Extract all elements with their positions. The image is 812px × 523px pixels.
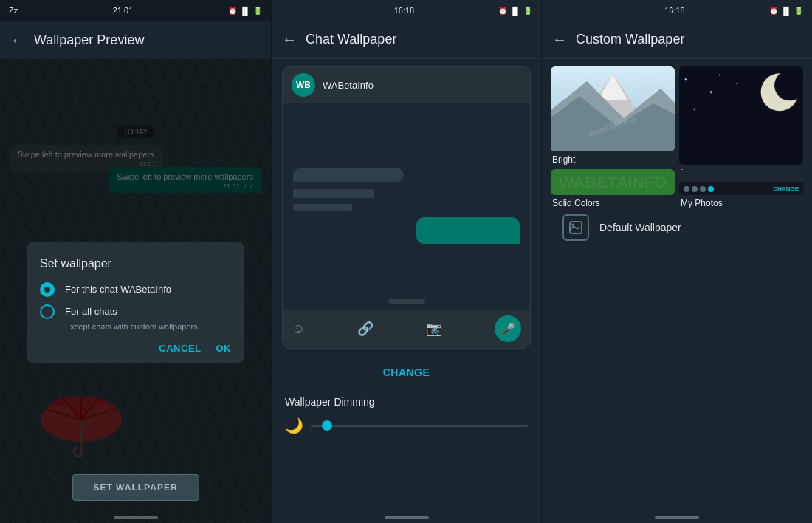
emoji-icon[interactable]: ☺ <box>292 321 305 337</box>
signal-icon-2: ▐▌ <box>510 7 520 15</box>
wallpaper-option-my-photos[interactable]: CHANGE My Photos <box>679 169 803 195</box>
status-bar-1: Zz 21:01 ⏰ ▐▌ 🔋 <box>0 0 271 21</box>
status-bar-3: 16:18 ⏰ ▐▌ 🔋 <box>542 0 812 21</box>
moon-icon: 🌙 <box>285 417 303 434</box>
panel-wallpaper-preview: Zz 21:01 ⏰ ▐▌ 🔋 ← Wallpaper Preview TODA… <box>0 0 271 523</box>
wallpaper-option-dark[interactable]: Dark <box>679 66 803 165</box>
status-icons-1: ⏰ ▐▌ 🔋 <box>228 7 262 15</box>
battery-icon-1: 🔋 <box>253 7 262 15</box>
battery-icon-3: 🔋 <box>794 7 803 15</box>
wallpaper-grid: WABETAINFO Bright <box>542 59 812 202</box>
home-indicator-1 <box>114 516 158 519</box>
status-time-1: 21:01 <box>113 6 134 15</box>
alarm-icon-2: ⏰ <box>498 7 507 15</box>
default-wallpaper-row[interactable]: Default Wallpaper <box>551 205 803 250</box>
chat-preview-area: WB WABetaInfo ☺ 🔗 📷 🎤 <box>282 66 531 349</box>
svg-point-25 <box>572 224 574 226</box>
change-wallpaper-button[interactable]: CHANGE <box>383 366 430 378</box>
panel-custom-wallpaper: 16:18 ⏰ ▐▌ 🔋 ← Custom Wallpaper <box>542 0 812 523</box>
radio-option-this-chat[interactable]: For this chat WABetaInfo <box>40 282 231 297</box>
top-bar-1: ← Wallpaper Preview <box>0 21 271 59</box>
status-time-2: 16:18 <box>394 6 415 15</box>
page-title-2: Chat Wallpaper <box>306 32 396 47</box>
svg-point-16 <box>693 109 695 110</box>
back-icon-2[interactable]: ← <box>282 31 297 48</box>
dimming-slider[interactable] <box>311 425 528 427</box>
bright-thumb: WABETAINFO <box>551 66 675 151</box>
my-photos-label: My Photos <box>679 198 803 208</box>
bright-label: Bright <box>551 154 675 165</box>
radio-all-chats-label: For all chats <box>65 306 117 317</box>
signal-icon-1: ▐▌ <box>240 7 250 15</box>
change-small-button[interactable]: CHANGE <box>773 185 799 192</box>
radio-sublabel: Except chats with custom wallpapers <box>65 322 231 331</box>
signal-icon-3: ▐▌ <box>781 7 791 15</box>
preview-bubble-out <box>416 217 520 244</box>
wallpaper-option-bright[interactable]: WABETAINFO Bright <box>551 66 675 165</box>
radio-this-chat-label: For this chat WABetaInfo <box>65 284 171 295</box>
my-photos-thumb: CHANGE <box>679 169 803 195</box>
chat-preview-body <box>283 103 530 310</box>
attach-icon[interactable]: 🔗 <box>357 321 374 337</box>
preview-phone-indicator <box>388 299 425 304</box>
top-bar-2: ← Chat Wallpaper <box>272 21 541 59</box>
chat-preview-header: WB WABetaInfo <box>283 67 530 103</box>
back-icon-1[interactable]: ← <box>10 32 25 49</box>
default-wallpaper-label: Default Wallpaper <box>599 222 681 233</box>
back-icon-3[interactable]: ← <box>552 31 567 48</box>
set-wallpaper-dialog: Set wallpaper For this chat WABetaInfo F… <box>27 242 244 363</box>
default-wallpaper-icon <box>562 214 589 241</box>
page-title-1: Wallpaper Preview <box>34 33 144 48</box>
svg-point-14 <box>685 78 687 80</box>
color-picker-bar: CHANGE <box>679 182 803 195</box>
color-dot-2 <box>692 186 698 192</box>
radio-option-all-chats[interactable]: For all chats <box>40 304 231 319</box>
preview-bubble-in-1 <box>293 168 404 182</box>
color-dot-3 <box>700 186 706 192</box>
svg-point-15 <box>710 91 712 93</box>
set-wallpaper-button[interactable]: SET WALLPAPER <box>72 474 199 501</box>
dimming-section: Wallpaper Dimming 🌙 <box>272 389 541 442</box>
mic-button[interactable]: 🎤 <box>495 315 521 342</box>
chat-preview-footer: ☺ 🔗 📷 🎤 <box>283 310 530 348</box>
panel-chat-wallpaper: 16:18 ⏰ ▐▌ 🔋 ← Chat Wallpaper WB WABetaI… <box>271 0 542 523</box>
color-dots <box>684 186 714 192</box>
dimming-title: Wallpaper Dimming <box>285 396 528 408</box>
slider-thumb <box>322 420 332 431</box>
preview-bubble-in-2 <box>293 189 374 198</box>
status-icons-2: ⏰ ▐▌ 🔋 <box>498 7 532 15</box>
svg-line-23 <box>574 226 577 229</box>
radio-unselected-icon <box>40 304 55 319</box>
svg-point-18 <box>719 74 720 75</box>
dark-thumb <box>679 66 803 165</box>
wallpaper-option-solid-colors[interactable]: WABETAINFO Solid Colors <box>551 169 675 195</box>
dimming-row: 🌙 <box>285 417 528 434</box>
dialog-title: Set wallpaper <box>40 257 231 270</box>
green-watermark: WABETAINFO <box>559 173 667 192</box>
preview-bubble-in-3 <box>293 204 352 211</box>
battery-icon-2: 🔋 <box>523 7 532 15</box>
home-indicator-3 <box>655 516 699 519</box>
contact-name: WABetaInfo <box>323 80 374 91</box>
svg-point-17 <box>736 83 737 84</box>
status-sleep-icon: Zz <box>9 6 18 15</box>
status-bar-2: 16:18 ⏰ ▐▌ 🔋 <box>272 0 541 21</box>
dialog-buttons: CANCEL OK <box>40 343 231 354</box>
color-dot-1 <box>684 186 689 192</box>
cancel-button[interactable]: CANCEL <box>159 343 201 354</box>
color-dot-active <box>708 186 714 192</box>
svg-line-24 <box>577 227 579 229</box>
avatar: WB <box>292 73 315 97</box>
page-title-3: Custom Wallpaper <box>576 32 684 47</box>
ok-button[interactable]: OK <box>216 343 232 354</box>
solid-colors-label: Solid Colors <box>551 198 675 208</box>
solid-colors-thumb: WABETAINFO <box>551 169 675 195</box>
camera-icon[interactable]: 📷 <box>426 321 442 337</box>
alarm-icon-3: ⏰ <box>769 7 778 15</box>
status-time-3: 16:18 <box>664 6 685 15</box>
status-icons-3: ⏰ ▐▌ 🔋 <box>769 7 803 15</box>
change-button-area: CHANGE <box>272 356 541 389</box>
top-bar-3: ← Custom Wallpaper <box>542 21 812 59</box>
home-indicator-2 <box>385 516 429 519</box>
alarm-icon-1: ⏰ <box>228 7 237 15</box>
